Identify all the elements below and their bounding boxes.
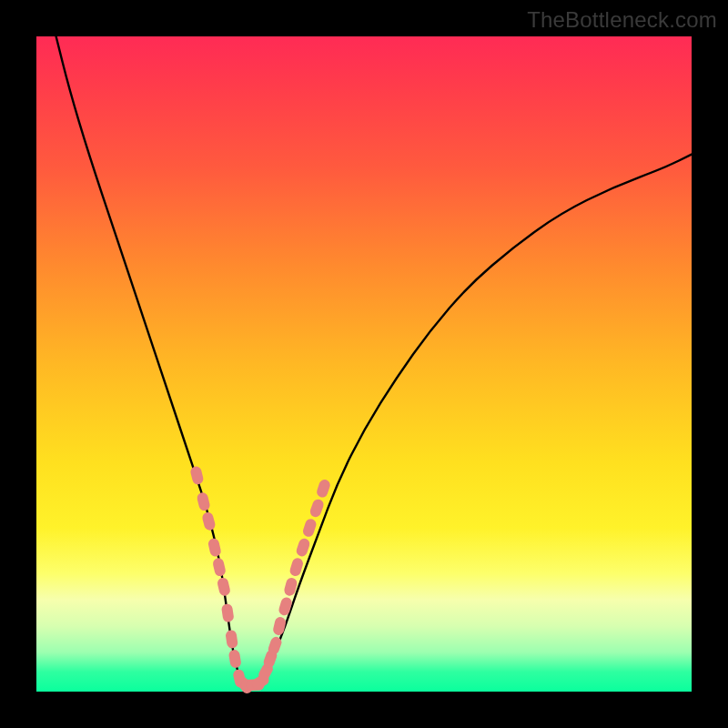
highlight-marker [228,649,242,669]
highlight-marker [308,498,325,519]
curve-layer [36,36,692,692]
highlight-marker [196,491,210,511]
highlight-marker [207,538,222,558]
highlight-marker [221,603,235,623]
bottleneck-curve [56,36,692,685]
highlight-marker [212,557,227,577]
watermark-text: TheBottleneck.com [527,7,717,33]
highlight-marker [225,630,238,650]
highlight-marker [189,465,204,485]
highlight-marker [201,511,217,531]
highlight-marker [301,518,318,539]
highlight-marker [295,537,311,558]
highlight-marker [278,596,293,617]
chart-frame: TheBottleneck.com [0,0,728,728]
highlight-marker [217,577,231,597]
highlight-marker [288,557,304,578]
highlight-markers [189,465,331,695]
highlight-marker [272,616,287,636]
highlight-marker [316,478,332,499]
plot-area [36,36,692,692]
